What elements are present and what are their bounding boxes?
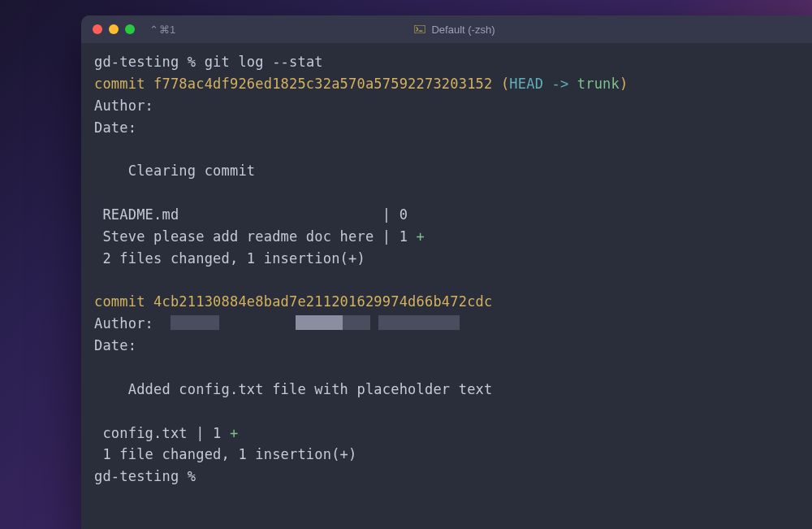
traffic-lights (93, 24, 135, 34)
stat-line: README.md | 0 (94, 206, 408, 223)
commit-message: Added config.txt file with placeholder t… (128, 381, 493, 397)
date-label: Date: (94, 119, 136, 136)
prompt-line: gd-testing % git log --stat (94, 54, 323, 70)
commit-label: commit (94, 76, 145, 92)
commit-header: commit f778ac4df926ed1825c32a570a5759227… (94, 76, 628, 92)
date-label: Date: (94, 337, 136, 353)
plus-icon: + (230, 425, 238, 441)
redacted-block (343, 315, 370, 330)
redacted-block (378, 315, 460, 330)
prompt-symbol: % (188, 54, 196, 70)
ref-close: ) (620, 76, 628, 92)
prompt-line: gd-testing % (94, 468, 196, 484)
close-icon[interactable] (93, 24, 102, 34)
commit-label: commit (94, 293, 145, 310)
terminal-icon (414, 25, 425, 33)
stat-summary: 2 files changed, 1 insertion(+) (94, 250, 365, 267)
ref-open: ( (501, 76, 509, 92)
window-shortcut-badge: ⌃⌘1 (149, 24, 176, 36)
commit-message: Clearing commit (128, 163, 256, 179)
redacted-block (171, 315, 219, 330)
redacted-block (296, 315, 343, 330)
commit-header: commit 4cb21130884e8bad7e211201629974d66… (94, 293, 492, 310)
titlebar: ⌃⌘1 Default (-zsh) (81, 15, 812, 43)
stat-line: config.txt | 1 (94, 425, 230, 441)
commit-hash: f778ac4df926ed1825c32a570a57592273203152 (153, 76, 492, 92)
prompt-dir: gd-testing (94, 54, 179, 70)
author-label: Author: (94, 98, 153, 114)
stat-summary: 1 file changed, 1 insertion(+) (94, 446, 356, 462)
minimize-icon[interactable] (109, 24, 119, 34)
tab-title[interactable]: Default (-zsh) (414, 24, 495, 36)
zoom-icon[interactable] (125, 24, 135, 34)
author-label: Author: (94, 315, 171, 332)
tab-label: Default (-zsh) (431, 24, 495, 36)
svg-rect-0 (414, 25, 425, 33)
terminal-body[interactable]: gd-testing % git log --stat commit f778a… (81, 43, 812, 496)
stat-line: Steve please add readme doc here | 1 (94, 228, 417, 245)
plus-icon: + (417, 228, 425, 245)
command-text: git log --stat (205, 54, 323, 70)
head-ref: HEAD -> (509, 76, 577, 92)
prompt-symbol: % (188, 468, 196, 484)
terminal-window: ⌃⌘1 Default (-zsh) gd-testing % git log … (81, 15, 812, 529)
branch-name: trunk (577, 76, 620, 92)
commit-hash: 4cb21130884e8bad7e211201629974d66b472cdc (153, 293, 492, 310)
prompt-dir: gd-testing (94, 468, 179, 484)
